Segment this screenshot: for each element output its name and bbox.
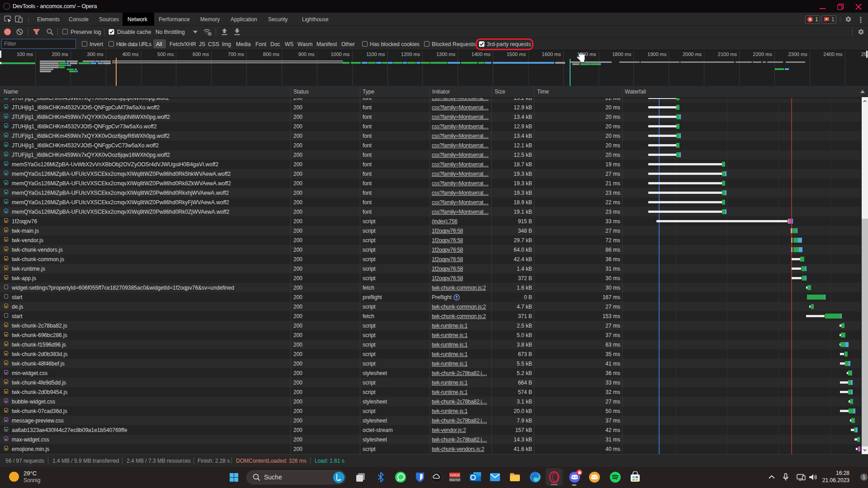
svg-text:MEETER: MEETER [449,479,461,481]
svg-text:VOICE: VOICE [450,474,460,477]
